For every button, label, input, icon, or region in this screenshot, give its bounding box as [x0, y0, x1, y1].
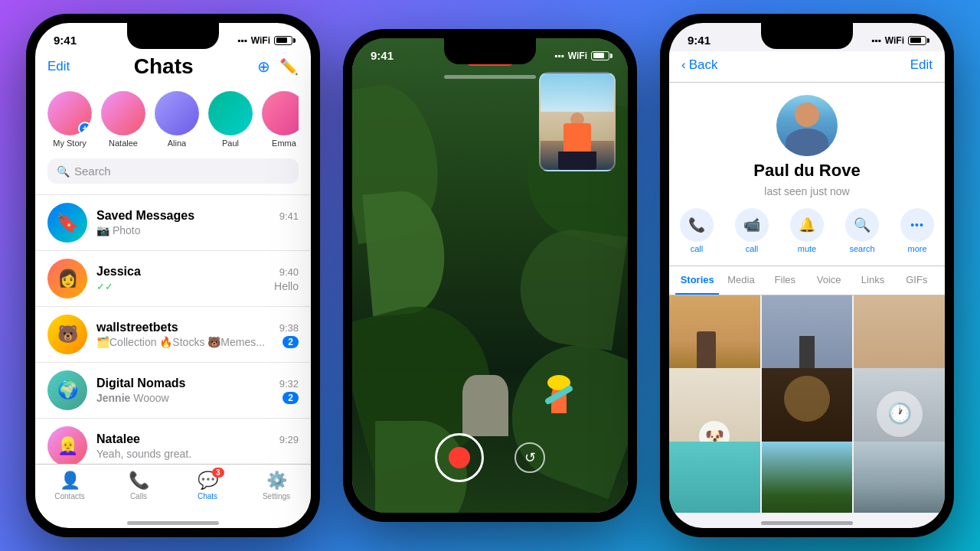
chats-header: Edit Chats ⊕ ✏️ + My Story	[35, 51, 311, 195]
more-label: more	[907, 244, 926, 253]
wsb-bottom: 🗂️Collection 🔥Stocks 🐻Memes... 2	[96, 336, 299, 348]
wifi-icon: WiFi	[251, 35, 270, 46]
natalee-content: Natalee 9:29 Yeah, sounds great.	[96, 432, 299, 460]
jessica-top: Jessica 9:40	[96, 265, 299, 279]
chats-badge-wrap: 💬 3	[198, 471, 218, 491]
profile-edit-button[interactable]: Edit	[910, 57, 933, 73]
chat-item-natalee[interactable]: 👱‍♀️ Natalee 9:29 Yeah, sounds great.	[35, 419, 311, 464]
digital-msg: Jennie Wooow	[96, 392, 169, 404]
record-button[interactable]	[435, 433, 484, 482]
audio-call-button[interactable]: 📞 call	[674, 208, 720, 253]
tab-settings[interactable]: ⚙️ Settings	[242, 471, 311, 500]
media-item-7[interactable]	[669, 442, 760, 513]
tab-gifs[interactable]: GIFs	[895, 266, 939, 295]
saved-bottom: 📷 Photo	[96, 224, 299, 236]
settings-icon: ⚙️	[266, 471, 287, 491]
media-item-8[interactable]	[762, 442, 853, 513]
tab-chats[interactable]: 💬 3 Chats	[173, 471, 242, 500]
profile-avatar	[776, 95, 838, 156]
video-wifi-icon: WiFi	[568, 51, 587, 61]
video-time: 9:41	[371, 49, 394, 62]
story-emma[interactable]: Emma	[262, 91, 299, 148]
alina-avatar	[155, 91, 199, 135]
settings-label: Settings	[263, 492, 290, 500]
mute-button[interactable]: 🔔 mute	[784, 208, 830, 253]
wsb-msg: 🗂️Collection 🔥Stocks 🐻Memes...	[96, 336, 265, 348]
wsb-content: wallstreetbets 9:38 🗂️Collection 🔥Stocks…	[96, 321, 299, 348]
tab-bar: 👤 Contacts 📞 Calls 💬 3 Chats ⚙️ Setti	[35, 464, 311, 513]
chat-item-saved[interactable]: 🔖 Saved Messages 9:41 📷 Photo	[35, 195, 311, 251]
profile-actions: 📞 call 📹 call 🔔 mute 🔍 search	[674, 208, 940, 253]
natalee-avatar	[101, 91, 145, 135]
wsb-name: wallstreetbets	[96, 321, 178, 334]
profile-time: 9:41	[688, 34, 710, 47]
tab-voice[interactable]: Voice	[807, 266, 851, 295]
media-item-9[interactable]	[854, 442, 945, 513]
new-group-button[interactable]: ⊕	[257, 57, 270, 76]
natalee-label: Natalee	[109, 139, 138, 148]
header-icons: ⊕ ✏️	[257, 57, 299, 76]
story-alina[interactable]: Alina	[155, 91, 199, 148]
home-bar	[127, 521, 219, 525]
tab-media[interactable]: Media	[719, 266, 763, 295]
back-button[interactable]: ‹ Back	[681, 57, 717, 73]
saved-name: Saved Messages	[96, 209, 194, 223]
battery-icon	[274, 36, 292, 45]
search-bar[interactable]: 🔍 Search	[47, 158, 299, 184]
bird-silhouette	[544, 367, 582, 413]
digital-time: 9:32	[279, 378, 299, 390]
chats-title-row: Edit Chats ⊕ ✏️	[47, 51, 299, 85]
saved-msg: 📷 Photo	[96, 224, 140, 236]
story-natalee[interactable]: Natalee	[101, 91, 145, 148]
wsb-avatar: 🐻	[47, 315, 87, 354]
wsb-badge: 2	[283, 336, 299, 348]
back-chevron-icon: ‹	[681, 57, 686, 73]
compose-button[interactable]: ✏️	[279, 57, 299, 76]
record-inner	[449, 447, 470, 468]
avatar-head	[795, 103, 819, 127]
chats-tab-badge: 3	[212, 468, 224, 478]
profile-search-button[interactable]: 🔍 search	[839, 208, 885, 253]
chat-item-digital[interactable]: 🌍 Digital Nomads 9:32 Jennie Wooow 2	[35, 363, 311, 419]
signal-icon: ▪▪▪	[237, 35, 247, 46]
flip-camera-button[interactable]: ↺	[514, 442, 545, 473]
profile-screen: 9:41 ▪▪▪ WiFi ‹ Back Edit	[669, 23, 945, 528]
natalee-msg: Yeah, sounds great.	[96, 448, 191, 460]
avatar-body	[786, 129, 828, 156]
chat-item-jessica[interactable]: 👩 Jessica 9:40 ✓✓ Hello	[35, 251, 311, 307]
profile-signal-icon: ▪▪▪	[871, 35, 881, 46]
tab-contacts[interactable]: 👤 Contacts	[35, 471, 104, 500]
tab-links[interactable]: Links	[851, 266, 894, 295]
media-bg-8	[762, 442, 853, 513]
audio-call-label: call	[691, 244, 704, 253]
search-placeholder: Search	[74, 165, 111, 178]
story-paul[interactable]: Paul	[208, 91, 253, 148]
profile-status-icons: ▪▪▪ WiFi	[871, 35, 926, 46]
pip-window	[539, 72, 616, 171]
profile-header: ‹ Back Edit	[669, 51, 945, 83]
story-my[interactable]: + My Story	[47, 91, 92, 148]
jessica-bottom: ✓✓ Hello	[96, 280, 299, 292]
video-call-icon: 📹	[735, 208, 769, 242]
tab-files[interactable]: Files	[763, 266, 807, 295]
video-call-button[interactable]: 📹 call	[729, 208, 775, 253]
video-status-icons: ▪▪▪ WiFi	[554, 51, 609, 61]
paul-label: Paul	[222, 139, 239, 148]
digital-bottom: Jennie Wooow 2	[96, 392, 299, 404]
media-bg-9	[854, 442, 945, 513]
edit-button[interactable]: Edit	[47, 59, 70, 74]
more-button[interactable]: ••• more	[894, 208, 940, 253]
chat-item-wsb[interactable]: 🐻 wallstreetbets 9:38 🗂️Collection 🔥Stoc…	[35, 307, 311, 363]
wsb-top: wallstreetbets 9:38	[96, 321, 299, 334]
profile-search-icon: 🔍	[845, 208, 879, 242]
tab-calls[interactable]: 📞 Calls	[104, 471, 173, 500]
my-story-label: My Story	[53, 139, 86, 148]
jessica-content: Jessica 9:40 ✓✓ Hello	[96, 265, 299, 292]
natalee-top: Natalee 9:29	[96, 432, 299, 446]
search-icon: 🔍	[57, 165, 70, 178]
profile-home-indicator	[669, 513, 945, 528]
profile-tabs: Stories Media Files Voice Links GIFs	[669, 266, 945, 295]
read-check-icon: ✓✓	[96, 281, 113, 292]
tab-stories[interactable]: Stories	[675, 266, 719, 295]
saved-top: Saved Messages 9:41	[96, 209, 299, 223]
